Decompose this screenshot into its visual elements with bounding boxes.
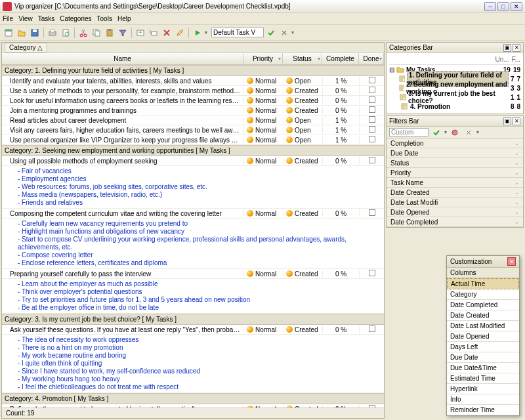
- task-row[interactable]: Visit any careers fairs, higher educatio…: [2, 125, 384, 135]
- menu-tools[interactable]: Tools: [97, 15, 112, 22]
- menu-tasks[interactable]: Tasks: [38, 15, 55, 22]
- categories-tree[interactable]: Un... F... ⊟ My Tasks 1919 1. Defining y…: [387, 53, 523, 114]
- paste-button[interactable]: [104, 27, 116, 39]
- apply-view-button[interactable]: [265, 27, 277, 39]
- task-row[interactable]: Use a variety of methods to your persona…: [2, 86, 384, 96]
- task-row[interactable]: Use personal organizer like VIP Organize…: [2, 135, 384, 145]
- close-button[interactable]: ✕: [511, 2, 522, 11]
- menu-categories[interactable]: Categories: [60, 15, 91, 22]
- customization-item[interactable]: Date Created: [447, 310, 519, 321]
- menu-view[interactable]: View: [18, 15, 33, 22]
- customization-item[interactable]: Info: [447, 394, 519, 405]
- filter-field[interactable]: Task Name⌄: [387, 178, 523, 188]
- run-button[interactable]: [192, 27, 203, 39]
- panel-close-button[interactable]: ✕: [513, 117, 520, 125]
- panel-pin-button[interactable]: ▣: [503, 44, 511, 52]
- filter-apply-button[interactable]: [430, 127, 442, 138]
- task-row[interactable]: Preparing yourself carefully to pass the…: [2, 269, 384, 279]
- new-task-button[interactable]: ＋: [135, 27, 146, 39]
- filter-field[interactable]: Due Date⌄: [387, 148, 523, 158]
- print-button[interactable]: [47, 27, 58, 39]
- customization-item[interactable]: Date Completed: [447, 300, 519, 310]
- task-row[interactable]: Ask yourself these questions. If you hav…: [2, 325, 384, 335]
- delete-task-button[interactable]: [161, 27, 173, 39]
- panel-pin-button[interactable]: ▣: [503, 117, 511, 125]
- chevron-down-icon[interactable]: ⌄: [514, 140, 519, 146]
- task-row[interactable]: Using all possible methods of employment…: [2, 156, 384, 166]
- copy-button[interactable]: [91, 27, 102, 39]
- task-done[interactable]: [359, 326, 384, 333]
- task-row[interactable]: Read articles about career developmentNo…: [2, 116, 384, 125]
- category-header[interactable]: Category: 3. Is my current job the best …: [2, 314, 384, 325]
- chevron-down-icon[interactable]: ⌄: [514, 190, 519, 196]
- task-done[interactable]: [359, 270, 384, 278]
- customization-item[interactable]: Date Opened: [447, 331, 519, 342]
- chevron-down-icon[interactable]: ⌄: [514, 150, 519, 156]
- minus-icon[interactable]: ⊟: [389, 66, 394, 74]
- minimize-button[interactable]: –: [484, 2, 496, 11]
- chevron-down-icon[interactable]: ⌄: [514, 180, 519, 186]
- task-done[interactable]: [359, 157, 384, 165]
- chevron-down-icon[interactable]: ▾: [379, 56, 382, 62]
- task-done[interactable]: [359, 136, 384, 144]
- filter-field[interactable]: Date Opened⌄: [387, 207, 523, 217]
- cut-button[interactable]: [77, 27, 89, 39]
- new-db-button[interactable]: [3, 27, 14, 39]
- col-priority[interactable]: Priority▾: [243, 53, 283, 64]
- task-done[interactable]: [359, 77, 384, 85]
- task-done[interactable]: [359, 87, 384, 94]
- chevron-down-icon[interactable]: ⌄: [514, 209, 519, 215]
- task-done[interactable]: [359, 116, 384, 124]
- menu-help[interactable]: Help: [117, 15, 131, 22]
- filter-field[interactable]: Completion⌄: [387, 138, 523, 148]
- customization-item[interactable]: Category: [447, 289, 519, 300]
- filter-button[interactable]: [117, 27, 129, 39]
- close-icon[interactable]: ✕: [507, 257, 516, 266]
- panel-close-button[interactable]: ✕: [513, 44, 520, 52]
- maximize-button[interactable]: □: [497, 2, 509, 11]
- chevron-down-icon[interactable]: ▾: [318, 56, 320, 62]
- customization-item[interactable]: Due Date&Time: [447, 363, 519, 373]
- customization-tab-columns[interactable]: Columns: [447, 268, 519, 278]
- filter-field[interactable]: Date Completed⌄: [387, 217, 523, 227]
- task-row[interactable]: Join a mentoring programmes and training…: [2, 106, 384, 116]
- customization-popup[interactable]: Customization ✕ Columns Actual TimeCateg…: [446, 255, 520, 416]
- customization-item[interactable]: Estimated Time: [447, 373, 519, 384]
- customization-item[interactable]: Actual Time: [447, 278, 519, 289]
- category-header[interactable]: Category: 4. Promotion [ My Tasks ]: [2, 393, 384, 404]
- customization-item[interactable]: Days Left: [447, 342, 519, 352]
- new-subtask-button[interactable]: [148, 27, 159, 39]
- chevron-down-icon[interactable]: ⌄: [514, 170, 519, 176]
- col-status[interactable]: Status▾: [283, 53, 322, 64]
- customization-item[interactable]: Date Last Modified: [447, 321, 519, 331]
- customization-item[interactable]: Due Date: [447, 352, 519, 363]
- task-done[interactable]: [359, 106, 384, 114]
- customization-item[interactable]: Hyperlink: [447, 384, 519, 394]
- task-done[interactable]: [359, 126, 384, 134]
- save-button[interactable]: [29, 27, 41, 39]
- tree-item[interactable]: 3. Is my current job the best choice?11: [389, 93, 520, 102]
- filter-field[interactable]: Priority⌄: [387, 168, 523, 178]
- chevron-down-icon[interactable]: ⌄: [514, 160, 519, 166]
- col-done[interactable]: Done▾: [359, 53, 384, 64]
- category-header[interactable]: Category: 2. Seeking new employment and …: [2, 145, 384, 156]
- group-by-category-chip[interactable]: Category △: [5, 43, 47, 52]
- category-header[interactable]: Category: 1. Defining your future field …: [2, 65, 384, 76]
- print-preview-button[interactable]: [60, 27, 72, 39]
- filter-field[interactable]: Date Last Modifi⌄: [387, 198, 523, 207]
- customization-item[interactable]: Reminder Time: [447, 405, 519, 415]
- chevron-down-icon[interactable]: ⌄: [514, 219, 519, 225]
- clear-view-button[interactable]: [278, 27, 290, 39]
- grid-body[interactable]: Category: 1. Defining your future field …: [2, 65, 384, 408]
- task-row[interactable]: Composing the competent curriculum vitae…: [2, 209, 384, 219]
- filter-clear-button[interactable]: [463, 127, 474, 138]
- filter-remove-button[interactable]: [449, 127, 461, 138]
- edit-task-button[interactable]: [174, 27, 186, 39]
- view-selector[interactable]: Default Task V: [211, 28, 264, 37]
- task-row[interactable]: Look for useful information using career…: [2, 96, 384, 106]
- filter-preset-select[interactable]: Custom: [389, 128, 429, 136]
- filter-field[interactable]: Status⌄: [387, 158, 523, 168]
- col-complete[interactable]: Complete: [322, 53, 359, 64]
- task-row[interactable]: Identify and evaluate your talents, abil…: [2, 76, 384, 86]
- filter-field[interactable]: Date Created⌄: [387, 188, 523, 198]
